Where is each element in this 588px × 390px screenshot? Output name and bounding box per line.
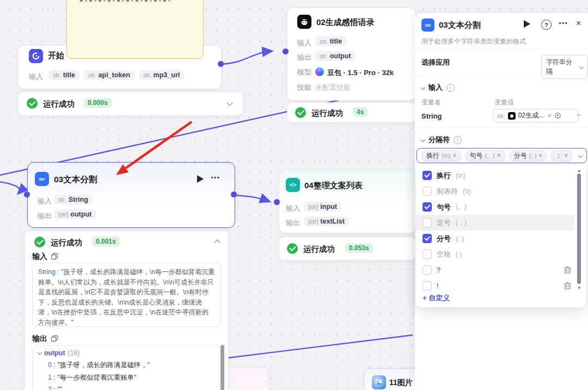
select-app-label: 选择应用 [421, 58, 450, 67]
node-03-run-result: 运行成功 0.001s 输入 String : "孩子呀，成长的路满是磕绊，\n… [24, 231, 229, 390]
node-02-run-time: 4s [353, 107, 367, 117]
checkbox-checked-icon[interactable] [422, 171, 432, 180]
close-icon[interactable]: × [497, 152, 501, 159]
output-item-1: 1 : "每一步都似背着沉重账单" [48, 373, 216, 382]
workflow-canvas: 开始 输入 str.title str.api_token str.mp3_ur… [0, 0, 588, 390]
add-custom-separator-link[interactable]: + 自定义 [422, 293, 450, 303]
node-04-run-card[interactable]: 运行成功 0.053s [279, 237, 416, 261]
option-newline[interactable]: 换行(\n) [416, 168, 574, 183]
run-node-button[interactable] [197, 175, 204, 183]
start-input-chips: str.title str.api_token str.mp3_url [48, 70, 184, 80]
option-semicolon[interactable]: 分号(; ) [416, 231, 574, 246]
remove-ref-icon[interactable]: × [548, 113, 552, 119]
chevron-down-icon [578, 153, 583, 158]
sep-chip-newline[interactable]: 换行(\n)× [421, 150, 462, 162]
delete-icon[interactable] [564, 266, 571, 274]
node-02-input-label: 输入 [297, 38, 311, 48]
node-02-model-label: 模型 [297, 67, 311, 77]
close-icon[interactable]: × [453, 152, 457, 159]
output-array-count: {16} [68, 349, 80, 357]
node-02[interactable]: 02生成感悟语录 输入 str.title 输出 str.output 模型 豆… [287, 8, 416, 101]
node-03-output-port[interactable] [231, 191, 237, 197]
chip-title[interactable]: str.title [315, 36, 346, 46]
scroll-down-icon[interactable]: ▼ [577, 286, 581, 290]
chip-output[interactable]: str.output [315, 51, 356, 61]
chip-textlist[interactable]: [str]textList [304, 216, 349, 226]
remove-row-button[interactable]: − [577, 110, 581, 119]
option-space[interactable]: 空格( ) [416, 246, 574, 262]
start-run-card[interactable]: 运行成功 0.000s [18, 91, 243, 116]
node-03-run-time: 0.001s [92, 237, 120, 246]
node-04-input-label: 输入 [286, 203, 300, 213]
chip-input[interactable]: [str]input [304, 202, 341, 212]
chevron-down-icon[interactable] [38, 350, 42, 355]
text-split-panel-icon: Str [421, 18, 434, 32]
chevron-down-icon[interactable] [226, 100, 232, 106]
panel-close-icon[interactable]: × [576, 18, 581, 28]
node-03-title: 03文本分割 [54, 174, 97, 185]
option-exclaim[interactable]: ! [416, 278, 574, 294]
chip-output[interactable]: [str]output [54, 209, 96, 219]
scrollbar-thumb[interactable] [220, 345, 224, 390]
node-partial-pink[interactable] [225, 367, 270, 390]
checkbox-unchecked-icon[interactable] [422, 265, 432, 275]
chevron-up-icon[interactable] [214, 239, 220, 245]
option-comma[interactable]: 逗号(，) [416, 215, 574, 231]
chip-title[interactable]: str.title [48, 70, 79, 80]
option-question[interactable]: ? [416, 262, 574, 278]
chevron-down-icon [421, 138, 425, 142]
copy-icon[interactable] [51, 253, 58, 260]
chevron-down-icon [421, 85, 425, 90]
node-02-skill-label: 技能 [297, 83, 311, 92]
start-output-port[interactable] [218, 61, 224, 67]
option-period[interactable]: 句号(。) [416, 199, 574, 215]
help-icon[interactable]: ? [541, 20, 552, 30]
start-node-title: 开始 [48, 51, 64, 61]
checkbox-unchecked-icon[interactable] [422, 250, 432, 259]
delete-icon[interactable] [564, 282, 571, 289]
option-tab[interactable]: 制表符(\t) [416, 183, 574, 199]
scrollbar-thumb[interactable] [577, 174, 581, 284]
sep-chip-colon[interactable]: ：× [550, 150, 573, 162]
scroll-up-icon[interactable]: ▲ [577, 168, 581, 173]
close-icon[interactable]: × [564, 152, 568, 159]
node-03[interactable]: Str 03文本分割 ⋯ 输入 str.String 输出 [str]outpu… [27, 162, 235, 228]
sticky-note[interactable] [66, 0, 204, 59]
checkbox-checked-icon[interactable] [422, 234, 432, 243]
locate-node-icon[interactable] [554, 112, 561, 119]
checkbox-unchecked-icon[interactable] [422, 187, 432, 196]
checkbox-unchecked-icon[interactable] [422, 281, 432, 290]
node-02-input-port[interactable] [283, 48, 289, 54]
doubao-mini-icon [508, 112, 516, 120]
copy-icon[interactable] [51, 335, 58, 342]
panel-more-icon[interactable]: ⋯ [559, 18, 568, 28]
node-04-input-port[interactable] [274, 199, 280, 205]
chip-api-token[interactable]: str.api_token [84, 70, 134, 80]
chip-string[interactable]: str.String [54, 195, 93, 205]
separator-multiselect[interactable]: 换行(\n)× 句号(。)× 分号(; )× ：× [416, 148, 587, 163]
var-value-pill[interactable]: str. 02生成… × [493, 109, 579, 122]
start-node-icon [29, 49, 43, 63]
checkbox-checked-icon[interactable] [422, 202, 432, 212]
node-04[interactable]: </> 04整理文案列表 输入 [str]input 输出 [str]textL… [279, 170, 416, 233]
separator-section-header[interactable]: 分隔符 i [421, 135, 462, 145]
close-icon[interactable]: × [538, 152, 542, 159]
chip-mp3-url[interactable]: str.mp3_url [139, 70, 184, 80]
node-04-title: 04整理文案列表 [304, 181, 363, 191]
info-icon: i [454, 136, 462, 144]
panel-run-button[interactable] [524, 20, 530, 28]
node-02-title: 02生成感悟语录 [316, 17, 375, 28]
checkbox-unchecked-icon[interactable] [422, 218, 432, 227]
select-app-dropdown[interactable]: 字符串分隔 [541, 55, 588, 79]
result-output-box: output {16} 0 : "孩子呀，成长的路满是磕绊，" 1 : "每一步… [32, 345, 222, 390]
more-options-icon[interactable]: ⋯ [211, 172, 220, 183]
node-02-run-card[interactable]: 运行成功 4s [287, 102, 416, 123]
node-03-input-label: 输入 [38, 196, 52, 206]
sep-chip-period[interactable]: 句号(。)× [465, 150, 506, 162]
input-section-header[interactable]: 输入 i [421, 83, 455, 92]
node-03-input-port[interactable] [24, 191, 30, 197]
sep-chip-semicolon[interactable]: 分号(; )× [509, 150, 547, 162]
success-check-icon [27, 98, 38, 109]
start-run-status: 运行成功 [43, 99, 75, 109]
var-value-ref: 02生成… [518, 111, 545, 120]
